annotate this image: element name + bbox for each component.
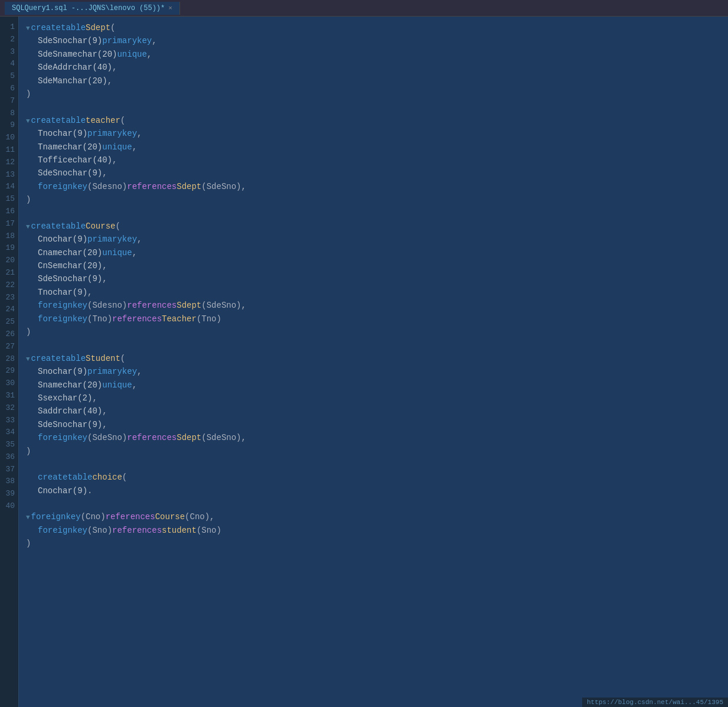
line-number: 37 xyxy=(0,464,15,476)
code-line xyxy=(26,100,721,113)
code-line: CnSem char(20), xyxy=(26,259,721,272)
line-number: 32 xyxy=(0,402,15,415)
code-line: ) xyxy=(26,193,721,206)
code-line: SdeSno char(9), xyxy=(26,167,721,180)
line-number: 34 xyxy=(0,426,15,439)
code-line: Tno char(9) primary key, xyxy=(26,127,721,140)
tab-close-icon[interactable]: × xyxy=(168,5,172,12)
line-number: 4 xyxy=(0,58,15,70)
line-number: 31 xyxy=(0,390,15,402)
code-line: foreign key(Tno) references Teacher(Tno) xyxy=(26,312,721,325)
line-number: 33 xyxy=(0,415,15,427)
editor-tab[interactable]: SQLQuery1.sql -...JQNS\lenovo (55))* × xyxy=(5,2,180,15)
line-number: 15 xyxy=(0,193,15,206)
code-line: ▼create table Sdept( xyxy=(26,21,721,34)
code-line: ▼foreign key(Cno) references Course(Cno)… xyxy=(26,510,721,523)
tab-label: SQLQuery1.sql -...JQNS\lenovo (55))* xyxy=(12,4,165,12)
line-number: 18 xyxy=(0,230,15,243)
code-line: Ssex char(2), xyxy=(26,392,721,405)
line-number: 13 xyxy=(0,169,15,181)
code-line: foreign key(SdeSno) references Sdept(Sde… xyxy=(26,431,721,444)
code-line: ) xyxy=(26,325,721,338)
code-line: foreign key(Sno) references student(Sno) xyxy=(26,524,721,537)
line-number: 27 xyxy=(0,341,15,353)
line-number: 21 xyxy=(0,267,15,279)
code-line xyxy=(26,338,721,351)
status-bar: https://blog.csdn.net/wai...45/1395 xyxy=(582,698,728,707)
line-number: 23 xyxy=(0,292,15,304)
code-line xyxy=(26,458,721,471)
code-line: SdeSno char(9), xyxy=(26,418,721,431)
code-line: Sno char(9) primary key, xyxy=(26,365,721,378)
code-line: Saddr char(40), xyxy=(26,405,721,418)
code-line: foreign key(Sdesno) references Sdept(Sde… xyxy=(26,299,721,312)
line-number: 8 xyxy=(0,107,15,120)
line-number: 30 xyxy=(0,377,15,390)
title-bar: SQLQuery1.sql -...JQNS\lenovo (55))* × xyxy=(0,0,728,17)
code-line: ▼create table teacher( xyxy=(26,114,721,127)
code-line: Tno char(9), xyxy=(26,286,721,299)
editor-container: 1234567891011121314151617181920212223242… xyxy=(0,17,728,707)
code-line: SdeSno char(9) primary key, xyxy=(26,34,721,47)
line-numbers: 1234567891011121314151617181920212223242… xyxy=(0,17,19,707)
code-line xyxy=(26,206,721,219)
line-number: 9 xyxy=(0,119,15,132)
code-area[interactable]: ▼create table Sdept(SdeSno char(9) prima… xyxy=(19,17,728,707)
code-line: create table choice( xyxy=(26,471,721,484)
code-line: ) xyxy=(26,445,721,458)
line-number: 40 xyxy=(0,500,15,513)
line-number: 29 xyxy=(0,365,15,377)
line-number: 22 xyxy=(0,279,15,292)
line-number: 5 xyxy=(0,70,15,83)
line-number: 6 xyxy=(0,83,15,95)
line-number: 20 xyxy=(0,255,15,267)
code-line: ) xyxy=(26,537,721,550)
code-line: SdeSno char(9), xyxy=(26,272,721,285)
line-number: 35 xyxy=(0,439,15,451)
code-line: ▼create table Course( xyxy=(26,220,721,233)
code-line: Toffice char(40), xyxy=(26,154,721,167)
line-number: 17 xyxy=(0,218,15,230)
line-number: 16 xyxy=(0,206,15,218)
line-number: 7 xyxy=(0,95,15,107)
line-number: 39 xyxy=(0,488,15,500)
code-line: ▼create table Student( xyxy=(26,352,721,365)
line-number: 26 xyxy=(0,328,15,341)
line-number: 11 xyxy=(0,144,15,157)
code-line: Cno char(9). xyxy=(26,484,721,497)
line-number: 36 xyxy=(0,451,15,464)
status-text: https://blog.csdn.net/wai...45/1395 xyxy=(587,699,723,706)
code-line: SdeAddr char(40), xyxy=(26,61,721,74)
line-number: 28 xyxy=(0,353,15,366)
line-number: 1 xyxy=(0,21,15,34)
line-number: 25 xyxy=(0,316,15,328)
code-line: Cno char(9) primary key, xyxy=(26,233,721,246)
line-number: 2 xyxy=(0,34,15,46)
line-number: 14 xyxy=(0,181,15,193)
line-number: 38 xyxy=(0,475,15,488)
code-line: Cname char(20) unique, xyxy=(26,246,721,259)
code-line: Sname char(20) unique, xyxy=(26,379,721,392)
code-line: foreign key(Sdesno) references Sdept(Sde… xyxy=(26,180,721,193)
code-line: SdeSname char(20) unique, xyxy=(26,48,721,61)
code-line: Tname char(20) unique, xyxy=(26,141,721,154)
code-line: SdeMan char(20), xyxy=(26,74,721,87)
code-line xyxy=(26,497,721,510)
line-number: 3 xyxy=(0,46,15,58)
line-number: 24 xyxy=(0,304,15,316)
line-number: 10 xyxy=(0,132,15,144)
line-number: 19 xyxy=(0,242,15,255)
code-line: ) xyxy=(26,87,721,100)
line-number: 12 xyxy=(0,157,15,169)
